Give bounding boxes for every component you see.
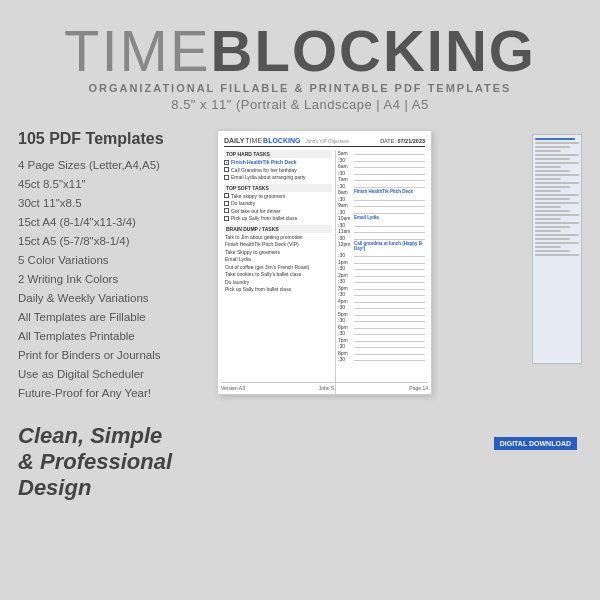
- task-text: Pick up Sally from ballet class: [231, 215, 297, 222]
- time-label: :30: [338, 157, 352, 163]
- hard-task-1: Finish HealthTik Pitch Deck: [224, 159, 332, 166]
- time-line: [354, 187, 425, 188]
- time-slot: 3pm: [338, 285, 425, 291]
- task-checkbox: [224, 160, 229, 165]
- time-line: [354, 302, 425, 303]
- time-label: :30: [338, 265, 352, 271]
- time-line: [354, 360, 425, 361]
- time-line: [354, 269, 425, 270]
- time-label: :30: [338, 183, 352, 189]
- time-line: [354, 206, 425, 207]
- time-label: 5am: [338, 150, 352, 156]
- list-item: 45ct 8.5"x11": [18, 175, 203, 194]
- doc-page-number: Page 14: [409, 385, 428, 391]
- time-slot: :30: [338, 252, 425, 258]
- time-event: Email Lydia: [354, 215, 425, 220]
- time-label: :30: [338, 196, 352, 202]
- time-line: [354, 154, 425, 155]
- time-text: TIME: [64, 18, 211, 83]
- time-label: 6pm: [338, 324, 352, 330]
- time-line: [354, 239, 425, 240]
- template-count-heading: 105 PDF Templates: [18, 130, 203, 148]
- tagline: Clean, Simple& ProfessionalDesign: [18, 423, 203, 502]
- doc-owner-name: John S.: [319, 385, 336, 391]
- task-checkbox: [224, 201, 229, 206]
- time-slot: :30: [338, 235, 425, 241]
- time-line: [354, 341, 425, 342]
- time-slot: :30: [338, 278, 425, 284]
- time-line: [354, 161, 425, 162]
- time-line: [354, 263, 425, 264]
- task-text: Do laundry: [231, 200, 255, 207]
- doc-columns: TOP HARD TASKS Finish HealthTik Pitch De…: [224, 150, 425, 395]
- time-line: [354, 180, 425, 181]
- time-label: 1pm: [338, 259, 352, 265]
- blocking-text: BLOCKING: [211, 18, 536, 83]
- document-area: DAILY TIME BLOCKING John's VIP Objective…: [217, 130, 582, 502]
- doc-objective-label: John's VIP Objectives: [305, 139, 349, 144]
- time-event: Call grandma at lunch (Happy B-Day!): [354, 241, 425, 252]
- time-line: [354, 232, 425, 233]
- task-text: Get take out for dinner: [231, 208, 281, 215]
- time-line: [354, 167, 425, 168]
- time-line: [354, 354, 425, 355]
- brain-item: Take Skippy to groomers: [224, 249, 332, 255]
- subtitle1: ORGANIZATIONAL FILLABLE & PRINTABLE PDF …: [0, 82, 600, 94]
- time-slot: 12pm Call grandma at lunch (Happy B-Day!…: [338, 241, 425, 252]
- time-label: 9am: [338, 202, 352, 208]
- time-slot: :30: [338, 343, 425, 349]
- doc-date: DATE: 07/21/2023: [380, 138, 425, 144]
- task-text: Email Lydia about arranging party: [231, 174, 306, 181]
- time-label: 8am: [338, 189, 352, 195]
- main-header: TIMEBLOCKING: [0, 0, 600, 80]
- time-label: 12pm: [338, 241, 352, 247]
- task-checkbox: [224, 216, 229, 221]
- time-slot: :30: [338, 157, 425, 163]
- brain-dump-title: BRAIN DUMP / TASKS: [224, 225, 332, 233]
- soft-task-4: Pick up Sally from ballet class: [224, 215, 332, 222]
- list-item: 15ct A5 (5-7/8"x8-1/4): [18, 232, 203, 251]
- time-slot: 7pm: [338, 337, 425, 343]
- time-slot: :30: [338, 222, 425, 228]
- doc-date-value: 07/21/2023: [397, 138, 425, 144]
- time-slot: 8pm: [338, 350, 425, 356]
- features-list: 4 Page Sizes (Letter,A4,A5) 45ct 8.5"x11…: [18, 156, 203, 403]
- hard-task-2: Call Grandma for her birthday: [224, 167, 332, 174]
- doc-header: DAILY TIME BLOCKING John's VIP Objective…: [224, 137, 425, 147]
- time-label: 7am: [338, 176, 352, 182]
- time-line: [354, 308, 425, 309]
- time-line: [354, 200, 425, 201]
- time-line: [354, 226, 425, 227]
- time-line: [354, 174, 425, 175]
- time-slot: :30: [338, 304, 425, 310]
- time-label: 7pm: [338, 337, 352, 343]
- time-slot: :30: [338, 196, 425, 202]
- time-slot: 5am: [338, 150, 425, 156]
- time-label: :30: [338, 291, 352, 297]
- hard-tasks-title: TOP HARD TASKS: [224, 150, 332, 158]
- time-label: 10am: [338, 215, 352, 221]
- time-label: 2pm: [338, 272, 352, 278]
- digital-download-badge: DIGITAL DOWNLOAD: [494, 437, 577, 450]
- list-item: 2 Writing Ink Colors: [18, 270, 203, 289]
- brain-item: Pick up Sally from ballet class: [224, 286, 332, 292]
- time-label: :30: [338, 278, 352, 284]
- brain-item: Talk to Jim about getting promotion: [224, 234, 332, 240]
- time-slot: :30: [338, 265, 425, 271]
- doc-time-column: 5am :30 6am :30: [335, 150, 425, 395]
- list-item: All Templates Printable: [18, 327, 203, 346]
- list-item: Daily & Weekly Variations: [18, 289, 203, 308]
- soft-tasks-title: TOP SOFT TASKS: [224, 184, 332, 192]
- list-item: 30ct 11"x8.5: [18, 194, 203, 213]
- time-slot: :30: [338, 291, 425, 297]
- brain-item: Finish HealthTik Pitch Deck (VIP): [224, 241, 332, 247]
- soft-task-2: Do laundry: [224, 200, 332, 207]
- brain-item: Do laundry: [224, 279, 332, 285]
- time-label: :30: [338, 330, 352, 336]
- time-label: :30: [338, 356, 352, 362]
- task-text: Finish HealthTik Pitch Deck: [231, 159, 296, 166]
- task-text: Take skippy to groomers: [231, 193, 285, 200]
- left-panel: 105 PDF Templates 4 Page Sizes (Letter,A…: [18, 130, 203, 502]
- time-slot: 1pm: [338, 259, 425, 265]
- time-label: :30: [338, 209, 352, 215]
